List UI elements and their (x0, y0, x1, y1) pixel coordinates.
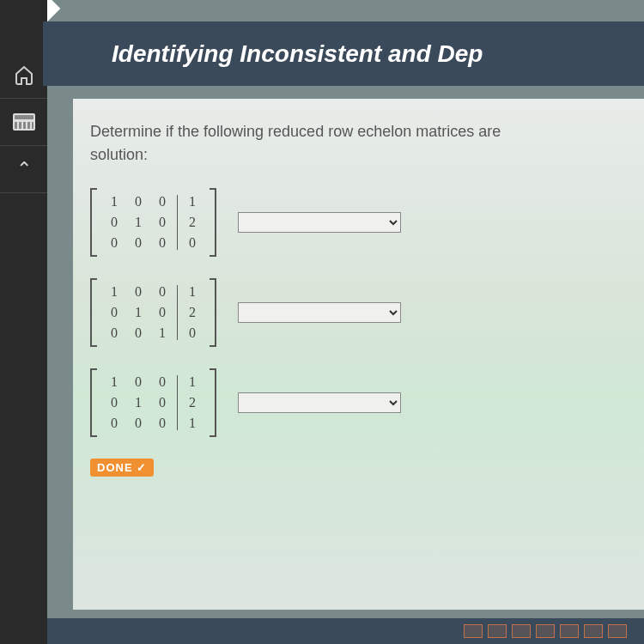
sidebar: ⌃ (0, 0, 47, 644)
done-label: DONE (97, 461, 133, 474)
matrix-row-3: 1 0 0 0 1 0 0 0 0 (90, 368, 627, 437)
answer-dropdown-3[interactable] (238, 392, 401, 413)
nav-box-4[interactable] (536, 624, 555, 638)
calculator-icon[interactable] (0, 99, 47, 146)
nav-box-6[interactable] (584, 624, 603, 638)
content-area: Determine if the following reduced row e… (73, 99, 644, 610)
nav-box-5[interactable] (560, 624, 579, 638)
up-arrow-icon[interactable]: ⌃ (0, 146, 47, 193)
answer-dropdown-2[interactable] (238, 302, 401, 323)
check-icon: ✓ (137, 461, 147, 474)
matrix-row-1: 1 0 0 0 1 0 0 0 0 (90, 188, 627, 257)
question-text: Determine if the following reduced row e… (90, 120, 627, 167)
matrix-3: 1 0 0 0 1 0 0 0 0 (90, 368, 216, 437)
matrix-2: 1 0 0 0 1 0 0 0 1 (90, 278, 216, 347)
nav-box-2[interactable] (488, 624, 507, 638)
answer-dropdown-1[interactable] (238, 212, 401, 233)
matrix-1: 1 0 0 0 1 0 0 0 0 (90, 188, 216, 257)
nav-box-1[interactable] (464, 624, 483, 638)
page-title-bar: Identifying Inconsistent and Dep (43, 21, 644, 86)
home-icon[interactable] (0, 52, 47, 99)
nav-box-7[interactable] (608, 624, 627, 638)
nav-box-3[interactable] (512, 624, 531, 638)
matrix-row-2: 1 0 0 0 1 0 0 0 1 (90, 278, 627, 347)
done-button[interactable]: DONE ✓ (90, 459, 154, 477)
bottom-nav (47, 618, 644, 644)
page-title: Identifying Inconsistent and Dep (112, 40, 483, 68)
